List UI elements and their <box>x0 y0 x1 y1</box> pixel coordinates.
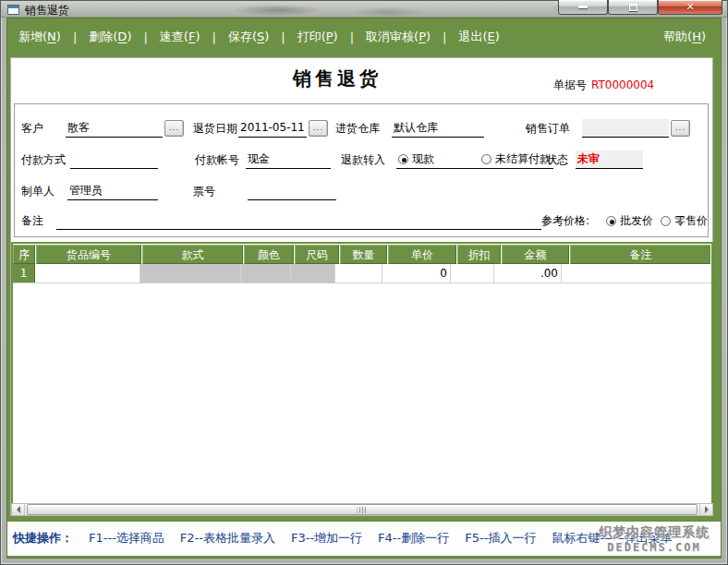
grid-header-seq: 序 <box>13 245 35 264</box>
warehouse-field[interactable]: 默认仓库 <box>392 119 484 138</box>
ref-price-label: 参考价格: <box>541 211 589 230</box>
shortcut-hints: 快捷操作： F1---选择商品 F2--表格批量录入 F3--增加一行 F4--… <box>13 530 672 547</box>
app-window: 销售退货 ✕ 新增(N) | 删除(D) | 速查(F) | 保存(S) | 打… <box>0 0 728 565</box>
toolbar-cancel-audit-button[interactable]: 取消审核(P) <box>366 29 431 45</box>
grid-cell-discount[interactable] <box>451 264 494 282</box>
return-date-field[interactable]: 2011-05-11 <box>238 119 307 138</box>
app-icon <box>7 5 19 15</box>
grid-header-item-no: 货品编号 <box>36 245 141 264</box>
grid-header-discount: 折扣 <box>457 245 501 264</box>
horizontal-scrollbar[interactable] <box>11 503 713 516</box>
header-fields-groupbox: 客户 散客 ... 退货日期 2011-05-11 ... 进货仓库 默认仓库 … <box>14 103 709 237</box>
refund-to-radio-group: 现款 未结算付款 <box>396 150 553 169</box>
maximize-button[interactable] <box>608 0 658 15</box>
maker-field[interactable]: 管理员 <box>67 182 158 200</box>
shortcuts-label: 快捷操作： <box>13 530 73 547</box>
refund-unsettled-option[interactable]: 未结算付款 <box>481 150 551 168</box>
grid-cell-size <box>291 264 335 282</box>
window-title: 销售退货 <box>25 3 69 18</box>
grid-cell-remark[interactable] <box>562 264 711 282</box>
grid-header-qty: 数量 <box>340 245 387 264</box>
watermark-line2: DEDECMS.COM <box>599 541 710 555</box>
toolbar-separator: | <box>443 30 446 44</box>
pay-method-field[interactable] <box>70 150 158 169</box>
bill-number-value: RT0000004 <box>591 78 654 91</box>
close-button[interactable]: ✕ <box>658 0 722 15</box>
watermark-line1: 织梦内容管理系统 <box>599 524 710 541</box>
customer-field[interactable]: 散客 <box>66 119 163 138</box>
ticket-no-label: 票号 <box>193 182 215 200</box>
toolbar-separator: | <box>212 30 215 44</box>
shortcut-f5: F5--插入一行 <box>465 530 536 547</box>
pay-account-label: 付款帐号 <box>195 150 239 169</box>
status-label: 状态 <box>546 150 568 169</box>
sales-order-label: 销售订单 <box>526 119 570 138</box>
radio-selected-icon[interactable] <box>398 154 408 164</box>
radio-unselected-icon[interactable] <box>481 154 491 164</box>
footer-bar: 快捷操作： F1---选择商品 F2--表格批量录入 F3--增加一行 F4--… <box>7 522 721 556</box>
grid-cell-style <box>140 264 241 282</box>
toolbar-separator: | <box>143 30 147 44</box>
window-controls: ✕ <box>558 0 722 15</box>
maximize-icon <box>629 4 637 11</box>
grid-header-remark: 备注 <box>570 245 710 264</box>
toolbar-print-button[interactable]: 打印(P) <box>297 29 338 45</box>
radio-selected-icon[interactable] <box>606 216 616 226</box>
close-icon: ✕ <box>686 2 694 12</box>
left-arrow-icon <box>13 506 20 513</box>
maker-label: 制单人 <box>21 182 55 200</box>
customer-label: 客户 <box>21 119 43 138</box>
customer-browse-button[interactable]: ... <box>164 120 184 137</box>
pay-method-label: 付款方式 <box>21 150 66 169</box>
remark-field[interactable] <box>56 211 541 230</box>
bill-number: 单据号RT0000004 <box>553 78 654 93</box>
grid-cell-amount[interactable]: .00 <box>494 264 562 282</box>
right-arrow-icon <box>705 506 712 513</box>
grid-header-style: 款式 <box>142 245 243 264</box>
scroll-right-arrow[interactable] <box>699 504 712 515</box>
grid-cell-qty[interactable] <box>335 264 382 282</box>
grid-cell-seq: 1 <box>13 264 35 282</box>
return-date-label: 退货日期 <box>193 119 237 138</box>
grid-header-row: 序 货品编号 款式 颜色 尺码 数量 单价 折扣 金额 备注 <box>13 244 711 264</box>
sales-order-field[interactable] <box>582 119 669 138</box>
toolbar: 新增(N) | 删除(D) | 速查(F) | 保存(S) | 打印(P) | … <box>7 18 721 56</box>
toolbar-separator: | <box>350 30 354 44</box>
grid-cell-color <box>241 264 291 282</box>
toolbar-separator: | <box>73 30 77 44</box>
scroll-left-arrow[interactable] <box>12 504 25 515</box>
grid-header-amount: 金额 <box>502 245 569 264</box>
scrollbar-thumb[interactable] <box>27 504 698 515</box>
sales-order-browse-button[interactable]: ... <box>671 120 690 137</box>
shortcut-f2: F2--表格批量录入 <box>180 530 275 547</box>
remark-label: 备注 <box>21 211 43 230</box>
toolbar-quick-search-button[interactable]: 速查(F) <box>160 29 200 45</box>
shortcut-f3: F3--增加一行 <box>291 530 362 547</box>
refund-to-label: 退款转入 <box>341 150 385 169</box>
toolbar-new-button[interactable]: 新增(N) <box>18 29 61 45</box>
shortcut-f1: F1---选择商品 <box>89 530 164 547</box>
refund-cash-option[interactable]: 现款 <box>398 150 434 168</box>
warehouse-label: 进货仓库 <box>335 119 380 138</box>
ticket-no-field[interactable] <box>248 182 336 200</box>
toolbar-separator: | <box>281 30 285 44</box>
return-date-browse-button[interactable]: ... <box>309 120 328 137</box>
pay-account-field[interactable]: 现金 <box>246 150 331 169</box>
scrollbar-grip-icon <box>358 507 368 513</box>
radio-unselected-icon[interactable] <box>661 216 671 226</box>
ref-price-retail-option[interactable]: 零售价 <box>661 211 708 230</box>
minimize-icon <box>578 6 588 8</box>
ref-price-wholesale-option[interactable]: 批发价 <box>606 211 653 230</box>
grid-cell-unit-price[interactable]: 0 <box>382 264 451 282</box>
toolbar-save-button[interactable]: 保存(S) <box>228 29 269 45</box>
shortcut-f4: F4--删除一行 <box>378 530 449 547</box>
watermark: 织梦内容管理系统 DEDECMS.COM <box>599 524 710 555</box>
toolbar-delete-button[interactable]: 删除(D) <box>89 29 131 45</box>
toolbar-help-button[interactable]: 帮助(H) <box>663 29 706 45</box>
grid-cell-item-no[interactable] <box>35 264 140 282</box>
detail-grid: 序 货品编号 款式 颜色 尺码 数量 单价 折扣 金额 备注 1 0 .00 <box>11 242 713 503</box>
page-title: 销售退货 <box>259 66 416 91</box>
toolbar-exit-button[interactable]: 退出(E) <box>458 29 499 45</box>
minimize-button[interactable] <box>558 0 608 15</box>
grid-header-size: 尺码 <box>295 245 339 264</box>
